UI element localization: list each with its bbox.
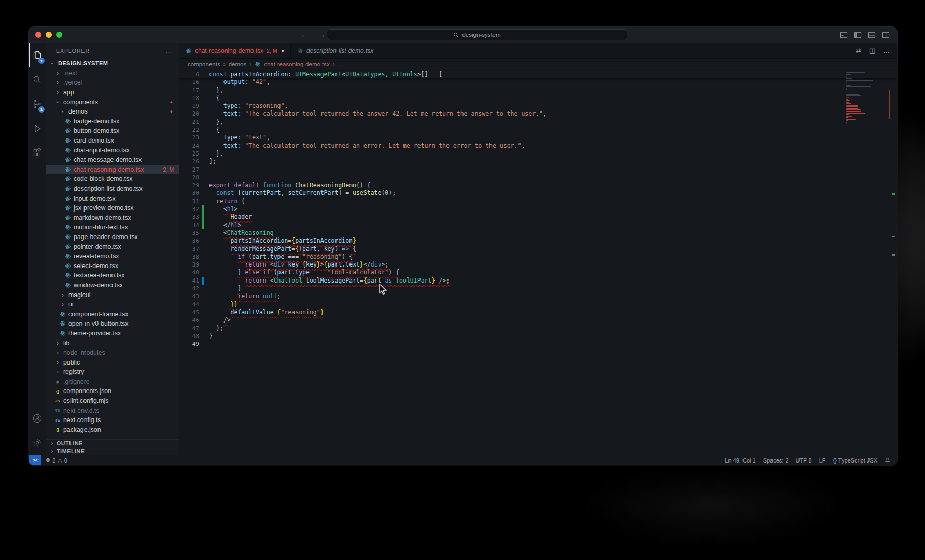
status-item[interactable]: UTF-8 bbox=[792, 457, 816, 464]
tree-item-textarea-demo.tsx[interactable]: textarea-demo.tsx bbox=[46, 271, 179, 281]
code-line-16[interactable]: 16 output: "42", bbox=[179, 78, 897, 86]
code-line-28[interactable]: 28 bbox=[179, 174, 897, 181]
code-line-36[interactable]: 36 partsInAccordion={partsInAccordion} bbox=[179, 237, 897, 245]
tree-item-pointer-demo.tsx[interactable]: pointer-demo.tsx bbox=[46, 242, 179, 251]
back-icon[interactable]: ← bbox=[301, 31, 308, 39]
problems-indicator[interactable]: ⊗ 2 △ 0 bbox=[41, 457, 67, 464]
section-timeline[interactable]: ›TIMELINE bbox=[46, 447, 179, 455]
tree-item-components.json[interactable]: {}components.json bbox=[46, 386, 179, 396]
tree-item-.vercel[interactable]: ›.vercel bbox=[46, 78, 179, 88]
tree-item-button-demo.tsx[interactable]: button-demo.tsx bbox=[46, 126, 179, 136]
tree-item-eslint.config.mjs[interactable]: JSeslint.config.mjs bbox=[46, 396, 179, 406]
code-line-25[interactable]: 25 }, bbox=[179, 150, 897, 158]
breadcrumb-item[interactable]: demos bbox=[229, 61, 247, 67]
command-center-search[interactable]: design-system bbox=[327, 29, 627, 40]
code-line-47[interactable]: 47 ); bbox=[179, 325, 897, 332]
tree-item-page-header-demo.tsx[interactable]: page-header-demo.tsx bbox=[46, 232, 179, 242]
code-line-46[interactable]: 46 /> bbox=[179, 316, 897, 324]
customize-layout-icon[interactable] bbox=[840, 31, 848, 39]
activitybar-settings[interactable] bbox=[29, 430, 46, 455]
tree-item-jsx-preview-demo.tsx[interactable]: jsx-preview-demo.tsx bbox=[46, 203, 179, 213]
tree-item-badge-demo.tsx[interactable]: badge-demo.tsx bbox=[46, 117, 179, 127]
code-line-31[interactable]: 31 return ( bbox=[179, 198, 897, 205]
code-line-29[interactable]: 29export default function ChatReasoningD… bbox=[179, 181, 897, 189]
tree-item-reveal-demo.tsx[interactable]: reveal-demo.tsx bbox=[46, 251, 179, 261]
tree-item-lib[interactable]: ›lib bbox=[46, 338, 179, 348]
tab-description-list-demo.tsx[interactable]: description-list-demo.tsx bbox=[291, 43, 380, 58]
activitybar-extensions[interactable] bbox=[29, 141, 46, 165]
remote-indicator[interactable]: >< bbox=[29, 455, 41, 465]
tree-item-input-demo.tsx[interactable]: input-demo.tsx bbox=[46, 193, 179, 203]
toggle-primary-sidebar-icon[interactable] bbox=[854, 31, 862, 39]
code-line-35[interactable]: 35 <ChatReasoning bbox=[179, 229, 897, 237]
code-line-21[interactable]: 21 }, bbox=[179, 118, 897, 126]
code-line-43[interactable]: 43 return null; bbox=[179, 292, 897, 300]
more-actions-icon[interactable]: … bbox=[883, 47, 890, 54]
tree-item-select-demo.tsx[interactable]: select-demo.tsx bbox=[46, 261, 179, 271]
tree-item-app[interactable]: ›app bbox=[46, 88, 179, 97]
tree-item-components[interactable]: ›components● bbox=[46, 97, 179, 107]
code-line-22[interactable]: 22 { bbox=[179, 126, 897, 134]
status-item[interactable]: LF bbox=[816, 457, 830, 464]
status-item[interactable]: {} TypeScript JSX bbox=[830, 457, 881, 464]
tree-item-theme-provider.tsx[interactable]: theme-provider.tsx bbox=[46, 329, 179, 339]
tree-item-code-block-demo.tsx[interactable]: code-block-demo.tsx bbox=[46, 174, 179, 184]
tab-chat-reasoning-demo.tsx[interactable]: chat-reasoning-demo.tsx2, M● bbox=[179, 43, 291, 58]
section-outline[interactable]: ›OUTLINE bbox=[46, 439, 179, 447]
tree-item-.next[interactable]: ›.next bbox=[46, 68, 179, 78]
tree-item-markdown-demo.tsx[interactable]: markdown-demo.tsx bbox=[46, 213, 179, 223]
close-window-button[interactable] bbox=[35, 32, 41, 38]
sticky-scroll-line[interactable]: 6const partsInAccordion: UIMessagePart<U… bbox=[179, 71, 897, 78]
toggle-secondary-sidebar-icon[interactable] bbox=[882, 31, 890, 39]
code-line-48[interactable]: 48} bbox=[179, 332, 897, 340]
code-line-33[interactable]: 33 Header bbox=[179, 213, 897, 221]
tree-item-motion-blur-text.tsx[interactable]: motion-blur-text.tsx bbox=[46, 222, 179, 232]
toggle-panel-icon[interactable] bbox=[868, 31, 876, 39]
tree-item-.gitignore[interactable]: ◆.gitignore bbox=[46, 377, 179, 387]
tree-item-node_modules[interactable]: ›node_modules bbox=[46, 348, 179, 358]
activitybar-run-debug[interactable] bbox=[29, 116, 46, 141]
tree-item-DESIGN-SYSTEM[interactable]: ›DESIGN-SYSTEM bbox=[46, 59, 179, 68]
minimize-window-button[interactable] bbox=[46, 32, 52, 38]
minimap[interactable] bbox=[846, 72, 889, 126]
status-item[interactable]: Spaces: 2 bbox=[760, 457, 792, 464]
split-editor-icon[interactable]: ◫ bbox=[869, 47, 875, 54]
tree-item-registry[interactable]: ›registry bbox=[46, 367, 179, 377]
code-line-24[interactable]: 24 text: "The calculator tool returned a… bbox=[179, 142, 897, 150]
tree-item-ui[interactable]: ›ui bbox=[46, 300, 179, 310]
tree-item-chat-message-demo.tsx[interactable]: chat-message-demo.tsx bbox=[46, 155, 179, 165]
code-line-18[interactable]: 18 { bbox=[179, 94, 897, 102]
code-line-34[interactable]: 34 </h1> bbox=[179, 221, 897, 229]
code-line-45[interactable]: 45 defaultValue={"reasoning"} bbox=[179, 309, 897, 316]
breadcrumb-item[interactable]: … bbox=[338, 61, 344, 67]
code-line-38[interactable]: 38 if (part.type === "reasoning") { bbox=[179, 253, 897, 261]
notifications-bell-icon[interactable] bbox=[881, 457, 892, 464]
code-line-32[interactable]: 32 <h1> bbox=[179, 205, 897, 213]
code-line-39[interactable]: 39 return <div key={key}>{part.text}</di… bbox=[179, 261, 897, 269]
code-line-23[interactable]: 23 type: "text", bbox=[179, 134, 897, 142]
tree-item-window-demo.tsx[interactable]: window-demo.tsx bbox=[46, 281, 179, 290]
tree-item-open-in-v0-button.tsx[interactable]: open-in-v0-button.tsx bbox=[46, 319, 179, 329]
tree-item-magicui[interactable]: ›magicui bbox=[46, 290, 179, 300]
explorer-more-actions-icon[interactable]: … bbox=[165, 47, 173, 55]
code-line-44[interactable]: 44 }} bbox=[179, 301, 897, 309]
tree-item-public[interactable]: ›public bbox=[46, 357, 179, 367]
activitybar-account[interactable] bbox=[29, 406, 46, 430]
activitybar-source-control[interactable]: 1 bbox=[29, 92, 46, 116]
tree-item-component-frame.tsx[interactable]: component-frame.tsx bbox=[46, 309, 179, 319]
overview-ruler[interactable] bbox=[890, 70, 897, 455]
code-line-37[interactable]: 37 renderMessagePart={(part, key) => { bbox=[179, 245, 897, 253]
status-item[interactable]: Ln 49, Col 1 bbox=[721, 457, 759, 464]
tree-item-demos[interactable]: ›demos● bbox=[46, 107, 179, 117]
tree-item-description-list-demo.tsx[interactable]: description-list-demo.tsx bbox=[46, 184, 179, 194]
open-changes-icon[interactable]: ⇄ bbox=[856, 47, 861, 54]
editor-pane[interactable]: 6const partsInAccordion: UIMessagePart<U… bbox=[179, 70, 897, 455]
tree-item-chat-reasoning-demo.tsx[interactable]: chat-reasoning-demo.tsx2, M bbox=[46, 165, 179, 175]
code-line-49[interactable]: 49 bbox=[179, 340, 897, 348]
activitybar-explorer[interactable]: 1 bbox=[29, 43, 46, 67]
code-line-40[interactable]: 40 } else if (part.type === "tool-calcul… bbox=[179, 269, 897, 276]
tree-item-chat-input-demo.tsx[interactable]: chat-input-demo.tsx bbox=[46, 145, 179, 155]
code-line-19[interactable]: 19 type: "reasoning", bbox=[179, 102, 897, 110]
breadcrumb-item[interactable]: chat-reasoning-demo.tsx bbox=[264, 61, 330, 67]
code-line-17[interactable]: 17 }, bbox=[179, 87, 897, 94]
